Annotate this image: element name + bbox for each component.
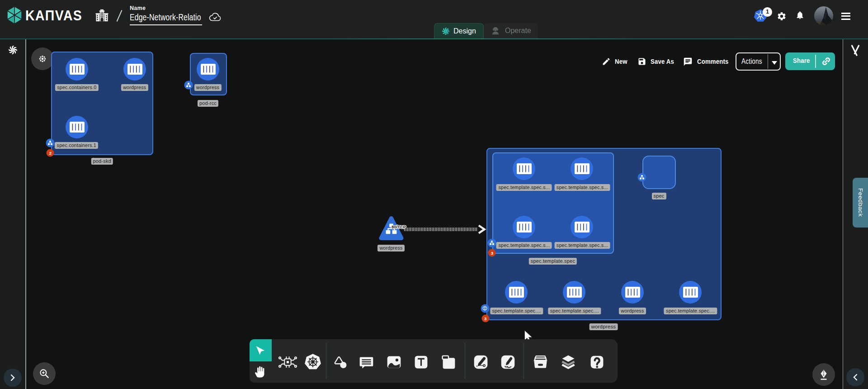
svg-text:80/TCP: 80/TCP [392,224,406,229]
